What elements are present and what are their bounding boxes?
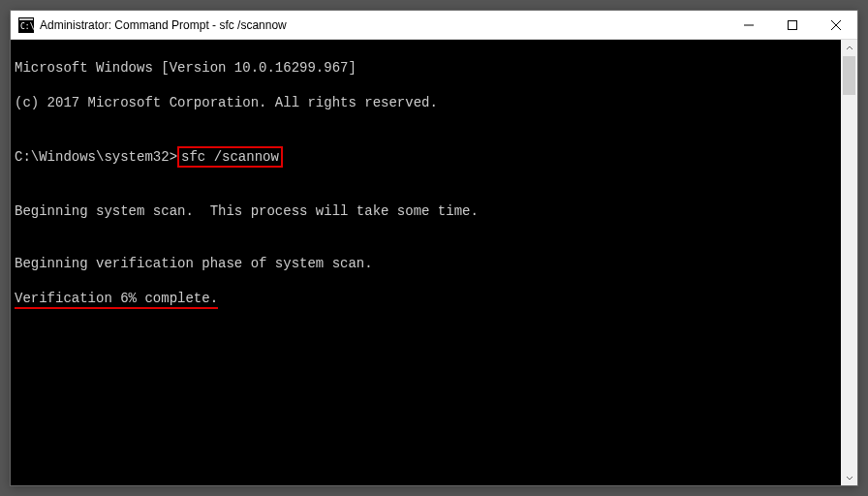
progress-highlight: Verification 6% complete. bbox=[15, 290, 218, 309]
vertical-scrollbar[interactable] bbox=[841, 40, 857, 485]
window-title: Administrator: Command Prompt - sfc /sca… bbox=[40, 18, 727, 32]
command-text: sfc /scannow bbox=[181, 149, 279, 165]
svg-rect-4 bbox=[788, 20, 796, 29]
svg-rect-1 bbox=[19, 18, 33, 20]
terminal-line: Beginning verification phase of system s… bbox=[15, 255, 837, 272]
progress-line: Verification 6% complete. bbox=[15, 290, 837, 309]
terminal-line: (c) 2017 Microsoft Corporation. All righ… bbox=[15, 94, 837, 111]
prompt-path: C:\Windows\system32> bbox=[15, 149, 177, 165]
window-controls bbox=[727, 11, 857, 39]
terminal-line: Microsoft Windows [Version 10.0.16299.96… bbox=[15, 59, 837, 77]
content-area: Microsoft Windows [Version 10.0.16299.96… bbox=[11, 40, 857, 485]
svg-text:C:\: C:\ bbox=[20, 22, 34, 31]
scroll-thumb[interactable] bbox=[843, 56, 855, 95]
terminal-line: Beginning system scan. This process will… bbox=[15, 202, 837, 220]
command-prompt-window: C:\ Administrator: Command Prompt - sfc … bbox=[10, 10, 858, 486]
progress-text: Verification 6% complete. bbox=[15, 291, 218, 306]
close-button[interactable] bbox=[814, 11, 857, 39]
command-highlight: sfc /scannow bbox=[177, 146, 283, 168]
terminal-output[interactable]: Microsoft Windows [Version 10.0.16299.96… bbox=[11, 40, 841, 485]
cmd-icon: C:\ bbox=[18, 17, 34, 33]
minimize-button[interactable] bbox=[727, 11, 770, 39]
scroll-up-arrow-icon[interactable] bbox=[841, 40, 857, 56]
titlebar[interactable]: C:\ Administrator: Command Prompt - sfc … bbox=[11, 11, 857, 40]
scroll-down-arrow-icon[interactable] bbox=[841, 469, 857, 485]
scroll-track[interactable] bbox=[841, 56, 857, 469]
maximize-button[interactable] bbox=[770, 11, 814, 39]
prompt-line: C:\Windows\system32>sfc /scannow bbox=[15, 146, 837, 168]
